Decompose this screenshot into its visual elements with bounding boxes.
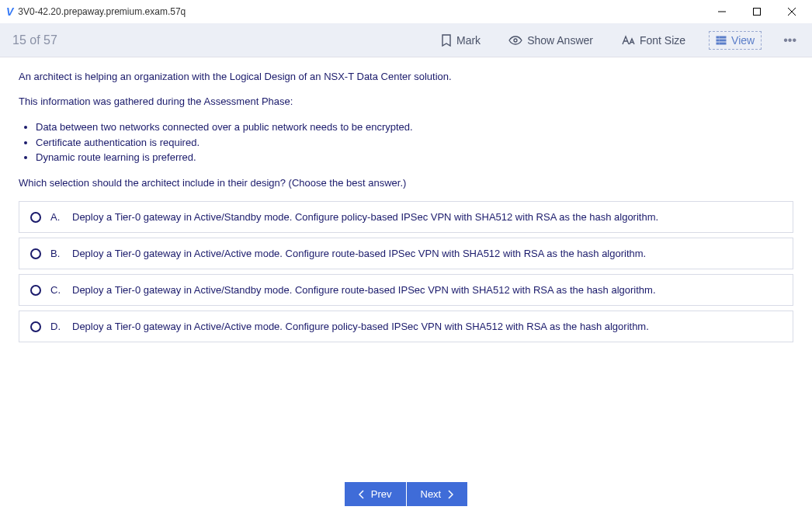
bottom-nav: Prev Next [0, 482, 812, 506]
minimize-icon [718, 8, 726, 16]
answer-text: Deploy a Tier-0 gateway in Active/Standb… [72, 211, 658, 223]
question-prompt: Which selection should the architect inc… [19, 176, 793, 190]
chevron-right-icon [447, 490, 453, 499]
bullet-item: Data between two networks connected over… [36, 120, 793, 135]
bullet-item: Dynamic route learning is preferred. [36, 150, 793, 165]
chevron-left-icon [359, 490, 365, 499]
show-answer-button[interactable]: Show Answer [504, 31, 598, 50]
question-intro-1: An architect is helping an organization … [19, 70, 793, 84]
answer-option-d[interactable]: D. Deploy a Tier-0 gateway in Active/Act… [19, 311, 793, 342]
answer-letter: A. [50, 211, 63, 223]
font-size-label: Font Size [640, 34, 685, 47]
next-label: Next [421, 488, 442, 500]
radio-icon [30, 285, 41, 296]
prev-label: Prev [371, 488, 392, 500]
view-button[interactable]: View [709, 31, 762, 50]
question-content: An architect is helping an organization … [0, 57, 812, 359]
answer-letter: C. [50, 284, 63, 296]
answer-text: Deploy a Tier-0 gateway in Active/Standb… [72, 284, 656, 296]
svg-rect-9 [717, 43, 719, 44]
prev-button[interactable]: Prev [345, 482, 406, 506]
toolbar-actions: Mark Show Answer Font Size View ••• [436, 30, 800, 50]
close-icon [788, 8, 796, 16]
more-button[interactable]: ••• [780, 30, 800, 50]
answer-option-b[interactable]: B. Deploy a Tier-0 gateway in Active/Act… [19, 238, 793, 269]
font-size-button[interactable]: Font Size [616, 31, 690, 50]
maximize-icon [753, 8, 761, 16]
window-title: 3V0-42.20.prepaway.premium.exam.57q [18, 6, 186, 17]
question-counter: 15 of 57 [12, 33, 57, 47]
show-answer-label: Show Answer [527, 34, 593, 47]
mark-label: Mark [456, 34, 481, 47]
svg-rect-10 [720, 43, 726, 44]
answer-letter: B. [50, 248, 63, 259]
bookmark-icon [441, 34, 452, 47]
more-icon: ••• [783, 33, 796, 47]
close-button[interactable] [774, 0, 809, 23]
question-bullets: Data between two networks connected over… [19, 120, 793, 165]
radio-icon [30, 212, 41, 223]
app-icon: V [6, 5, 13, 18]
maximize-button[interactable] [739, 0, 774, 23]
svg-rect-1 [753, 9, 760, 16]
minimize-button[interactable] [704, 0, 739, 23]
font-size-icon [621, 35, 635, 46]
mark-button[interactable]: Mark [436, 31, 485, 50]
view-label: View [731, 34, 755, 47]
window-titlebar: V 3V0-42.20.prepaway.premium.exam.57q [0, 0, 812, 23]
answer-option-a[interactable]: A. Deploy a Tier-0 gateway in Active/Sta… [19, 201, 793, 233]
answers-list: A. Deploy a Tier-0 gateway in Active/Sta… [19, 201, 793, 342]
toolbar: 15 of 57 Mark Show Answer Font Size View… [0, 23, 812, 57]
answer-option-c[interactable]: C. Deploy a Tier-0 gateway in Active/Sta… [19, 274, 793, 306]
svg-rect-5 [717, 36, 719, 38]
answer-letter: D. [50, 321, 63, 332]
question-intro-2: This information was gathered during the… [19, 95, 793, 109]
answer-text: Deploy a Tier-0 gateway in Active/Active… [72, 321, 649, 332]
bullet-item: Certificate authentication is required. [36, 135, 793, 151]
svg-rect-7 [717, 40, 719, 41]
radio-icon [30, 321, 41, 332]
next-button[interactable]: Next [407, 482, 468, 506]
svg-rect-6 [720, 36, 726, 38]
titlebar-right [704, 0, 809, 23]
svg-point-4 [514, 39, 517, 42]
svg-rect-8 [720, 40, 726, 41]
eye-icon [508, 36, 522, 45]
view-icon [716, 35, 727, 46]
titlebar-left: V 3V0-42.20.prepaway.premium.exam.57q [6, 5, 186, 18]
radio-icon [30, 248, 41, 259]
answer-text: Deploy a Tier-0 gateway in Active/Active… [72, 248, 646, 259]
